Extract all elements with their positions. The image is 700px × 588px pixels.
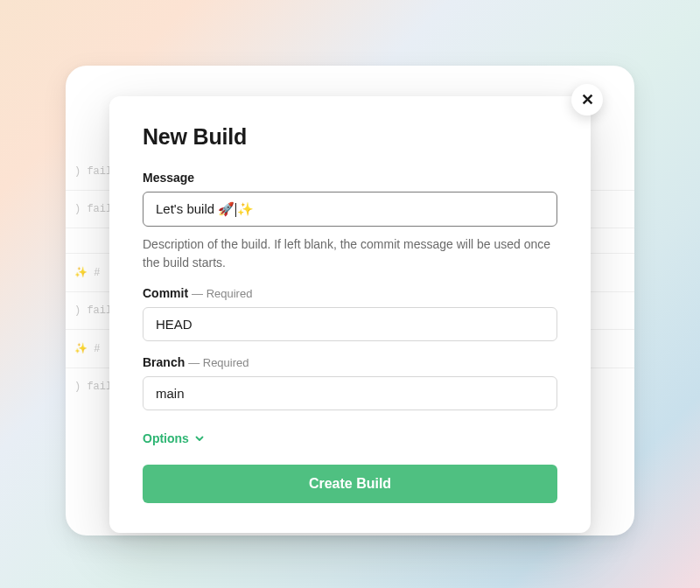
branch-input[interactable] [143,376,557,410]
branch-label-text: Branch [143,355,185,369]
branch-label: Branch — Required [143,355,557,369]
chevron-down-icon [194,433,205,444]
commit-label: Commit — Required [143,286,557,300]
branch-field-group: Branch — Required [143,355,557,410]
new-build-modal: ✕ New Build Message Let's build 🚀✨ Descr… [109,96,591,533]
message-field-group: Message Let's build 🚀✨ Description of th… [143,171,557,272]
options-label: Options [143,431,189,445]
modal-title: New Build [143,124,557,150]
message-input[interactable]: Let's build 🚀✨ [143,192,557,227]
message-value-pre: Let's build 🚀 [156,201,234,216]
message-help-text: Description of the build. If left blank,… [143,235,557,272]
options-toggle[interactable]: Options [143,428,205,449]
branch-required-tag: — Required [188,356,248,369]
message-label: Message [143,171,557,185]
close-icon: ✕ [581,90,594,109]
commit-label-text: Commit [143,286,188,300]
create-build-button[interactable]: Create Build [143,465,557,503]
commit-field-group: Commit — Required [143,286,557,341]
message-value-post: ✨ [237,201,254,216]
commit-required-tag: — Required [192,287,252,300]
close-button[interactable]: ✕ [571,84,603,116]
commit-input[interactable] [143,307,557,341]
